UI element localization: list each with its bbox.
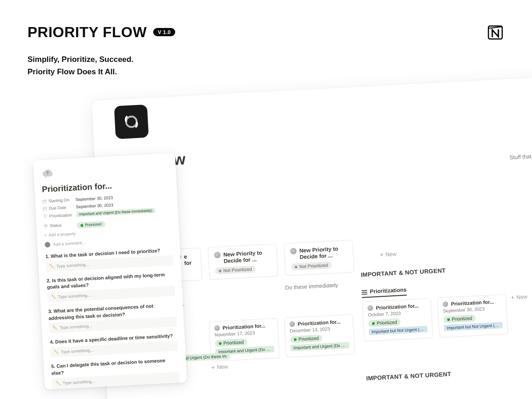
subtitle-line2: Priority Flow Does It All.	[28, 66, 504, 78]
product-title: PRIORITY FLOW	[28, 24, 147, 41]
priority-tag: Important and Urgent (Do these im	[290, 342, 349, 351]
svg-point-1	[126, 116, 137, 127]
app-icon	[114, 105, 149, 139]
status-pill-not-prioritized: Not Prioritized	[291, 261, 332, 271]
status-pill-not-prioritized: Not Prioritized	[215, 266, 255, 275]
page-header: PRIORITY FLOW V 1.0 Simplify, Prioritize…	[0, 0, 532, 78]
svg-rect-3	[43, 200, 46, 203]
status-pill-prioritized: Prioritized	[290, 334, 322, 343]
prioritization-detail-panel: ? Prioritization for... Starting On Sept…	[33, 153, 187, 390]
priority-tag: Important but Not Urgent (Schedul	[369, 326, 428, 335]
notion-logo-icon	[486, 23, 504, 41]
prioritization-cards-left: Prioritization for... November 17, 2023 …	[209, 314, 355, 361]
prioritization-card[interactable]: Prioritization for... October 7, 2023 Pr…	[362, 298, 433, 342]
new-prioritization-button[interactable]: New	[510, 293, 527, 301]
question-cloud-icon: ?	[41, 168, 54, 181]
subtitle-line1: Simplify, Prioritize, Succeed.	[28, 53, 504, 66]
prioritization-cards-right: Prioritization for... October 7, 2023 Pr…	[362, 294, 508, 341]
new-priority-button[interactable]: New	[360, 237, 417, 272]
svg-rect-4	[43, 207, 47, 211]
detail-title: Prioritization for...	[42, 178, 170, 195]
hint-need-prioritize: Stuff that need to be prioritized!	[510, 150, 532, 161]
svg-point-5	[44, 215, 47, 217]
section-important-not-urgent-2: IMPORTANT & NOT URGENT	[366, 371, 451, 382]
status-pill-prioritized: Prioritized	[443, 315, 476, 323]
svg-text:?: ?	[46, 170, 49, 175]
tab-prioritizations[interactable]: Prioritizations	[361, 287, 407, 298]
status-pill-prioritized: Prioritized	[368, 318, 401, 327]
thinking-icon	[290, 248, 297, 255]
prioritization-card[interactable]: Prioritization for... December 13, 2023 …	[284, 314, 355, 358]
add-comment[interactable]: Add a comment...	[44, 235, 172, 248]
version-badge: V 1.0	[153, 28, 175, 36]
priority-card[interactable]: New Priority to Decide for ... Not Prior…	[208, 244, 278, 280]
hint-do-immediately: Do these immediately	[285, 282, 338, 291]
priority-card[interactable]: New Priority to Decide for ... Not Prior…	[284, 240, 355, 276]
thinking-icon	[214, 252, 221, 259]
svg-point-7	[45, 225, 46, 226]
subtitle: Simplify, Prioritize, Succeed. Priority …	[28, 53, 504, 78]
new-prioritization-button-2[interactable]: New	[211, 363, 228, 371]
avatar-icon	[44, 242, 50, 248]
status-pill-prioritized: Prioritized	[215, 338, 248, 347]
priority-tag: Important but Not Urgent (Schedul	[444, 322, 503, 332]
prioritization-card[interactable]: Prioritization for... September 30, 2023…	[437, 294, 508, 338]
